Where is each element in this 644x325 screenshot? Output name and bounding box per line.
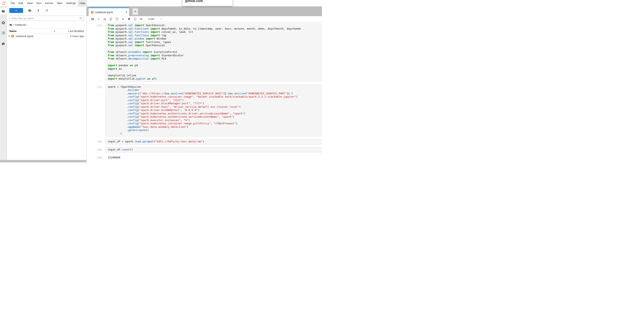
restart-kernel-button[interactable] [134,18,137,21]
restart-and-run-all-button[interactable] [140,18,143,21]
table-of-contents-icon [2,31,5,35]
notebook-cells: [1]:from pyspark.sql import SparkSession… [86,23,322,159]
new-tab-button[interactable]: + [132,8,138,15]
file-browser-toolbar: + [9,8,84,13]
column-header-name[interactable]: Name ▲ [7,30,58,33]
refresh-file-list-icon[interactable] [45,9,48,12]
cell-input[interactable]: from pyspark.sql import SparkSession fro… [106,23,322,82]
menu-settings[interactable]: Settings [64,0,78,6]
save-button[interactable] [91,18,94,21]
jupyter-logo-icon [2,1,6,6]
file-name: notebook.ipynb [16,35,58,38]
menu-view[interactable]: View [25,0,34,6]
cell-type-select[interactable]: Code [148,18,154,21]
file-last-modified: 3 hours ago [58,35,86,38]
sort-ascending-icon: ▲ [54,30,56,32]
file-list: notebook.ipynb3 hours ago [7,34,86,39]
main-layout: + / notebook / Name ▲ Last Modified note… [0,7,322,162]
menu-kernel[interactable]: Kernel [43,0,55,6]
search-icon [79,17,82,20]
tab-notebook[interactable]: notebook.ipynb × [88,8,129,16]
menu-tabs[interactable]: Tabs [55,0,64,6]
file-list-header: Name ▲ Last Modified [7,29,86,34]
folder-icon [9,23,12,26]
cut-cells-button[interactable] [103,18,106,21]
code-cell: [1]:from pyspark.sql import SparkSession… [86,23,322,82]
column-header-last-modified[interactable]: Last Modified [58,30,86,33]
copy-cells-button[interactable] [109,18,112,21]
paste-cells-button[interactable] [115,18,118,21]
new-folder-icon[interactable] [28,9,32,12]
activity-extension-manager[interactable] [0,41,7,47]
cell-input[interactable]: input_df = spark.read.parquet("hdfs://hd… [106,139,322,145]
menu-items: FileEditViewRunKernelTabsSettingsHelp [9,0,87,6]
activity-running-terminals-and-kernels[interactable] [0,20,7,26]
menu-edit[interactable]: Edit [17,0,25,6]
extensions-icon [2,42,5,46]
notebook-toolbar: Code [86,16,322,22]
notebook-scroll-area[interactable]: [1]:from pyspark.sql import SparkSession… [86,22,322,162]
browser-popup[interactable]: github.com [182,0,233,6]
browser-popup-text: github.com [185,0,203,3]
tab-bar: notebook.ipynb × + [86,7,322,16]
running-kernels-icon [2,21,5,25]
menu-help[interactable]: Help [78,0,87,6]
cell-prompt: [4]: [86,147,106,153]
cell-input[interactable]: spark = (SparkSession .builder .master(f… [106,84,322,137]
upload-files-icon[interactable] [36,9,40,12]
file-browser-panel: + / notebook / Name ▲ Last Modified note… [7,7,86,162]
cell-prompt: [4]: [86,155,106,159]
interrupt-kernel-button[interactable] [128,18,131,21]
file-browser-actions [23,9,48,12]
activity-table-of-contents[interactable] [0,30,7,36]
code-cell: [4]:input_df.count() [86,147,322,153]
code-cell: [3]:input_df = spark.read.parquet("hdfs:… [86,139,322,145]
tab-title: notebook.ipynb [95,11,113,14]
output-row: [4]:12106669 [86,155,322,159]
breadcrumb-path: / notebook / [13,23,27,26]
code-cell: [2]:spark = (SparkSession .builder .mast… [86,84,322,137]
insert-cell-below-button[interactable] [97,18,100,21]
activity-file-browser[interactable] [0,8,7,14]
activity-bar [0,7,7,162]
folder-icon [2,9,5,13]
chevron-down-icon[interactable] [160,18,162,20]
menu-file[interactable]: File [9,0,17,6]
cell-prompt: [2]: [86,84,106,137]
notebook-file-icon [11,35,14,38]
filter-files-input[interactable] [9,16,84,21]
menu-bar: FileEditViewRunKernelTabsSettingsHelp [0,0,322,7]
cell-output: 12106669 [106,155,322,159]
cell-prompt: [1]: [86,23,106,82]
kernel-running-indicator [8,36,10,37]
breadcrumb[interactable]: / notebook / [9,23,84,27]
cell-prompt: [3]: [86,139,106,145]
file-row[interactable]: notebook.ipynb3 hours ago [7,34,86,39]
notebook-file-icon [91,11,94,14]
jupyterlab-window: FileEditViewRunKernelTabsSettingsHelp gi… [0,0,322,162]
menu-run[interactable]: Run [34,0,43,6]
main-dock-panel: notebook.ipynb × + Code [1]:from pyspark… [86,7,322,162]
run-cell-button[interactable] [122,18,125,21]
sidebar-horizontal-scrollbar[interactable] [0,160,86,162]
new-launcher-button[interactable]: + [9,8,23,13]
cell-input[interactable]: input_df.count() [106,147,322,153]
close-icon[interactable]: × [126,11,128,14]
